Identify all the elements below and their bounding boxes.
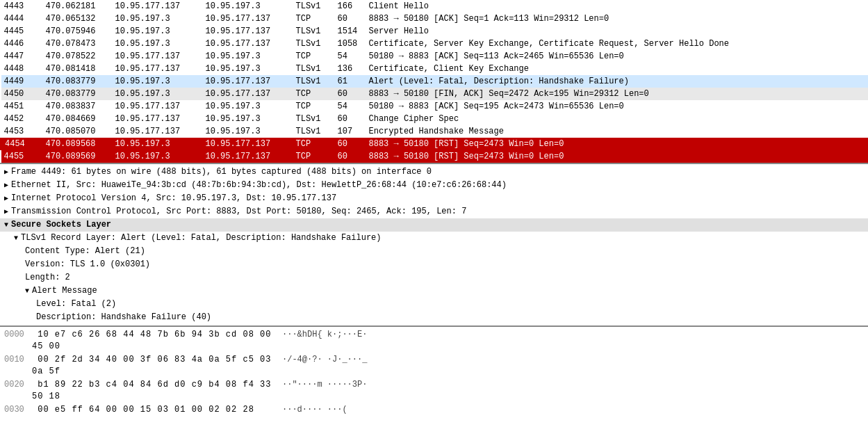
tcp-expand-arrow: ▶ xyxy=(4,206,8,218)
packet-info: Encrypted Handshake Message xyxy=(366,125,869,138)
table-row[interactable]: 4445 470.075946 10.95.197.3 10.95.177.13… xyxy=(1,25,869,38)
tls-record-row[interactable]: ▼ TLSv1 Record Layer: Alert (Level: Fata… xyxy=(0,232,868,245)
frame-text: Frame 4449: 61 bytes on wire (488 bits),… xyxy=(11,166,432,178)
table-row[interactable]: 4451 470.083837 10.95.177.137 10.95.197.… xyxy=(1,100,869,113)
frame-expand-arrow: ▶ xyxy=(4,166,8,178)
packet-time: 470.065132 xyxy=(43,13,113,25)
packet-proto: TLSv1 xyxy=(293,25,335,38)
packet-time: 470.083779 xyxy=(43,88,113,100)
content-type-row: Content Type: Alert (21) xyxy=(0,245,868,258)
packet-dst: 10.95.177.137 xyxy=(203,25,293,38)
table-row[interactable]: 4446 470.078473 10.95.197.3 10.95.177.13… xyxy=(1,38,869,50)
packet-dst: 10.95.197.3 xyxy=(203,63,293,75)
packet-no: 4455 xyxy=(1,150,43,163)
table-row[interactable]: 4452 470.084669 10.95.177.137 10.95.197.… xyxy=(1,113,869,125)
hex-bytes: 00 2f 2d 34 40 00 3f 06 83 4a 0a 5f c5 0… xyxy=(32,354,282,378)
hex-bytes: 10 e7 c6 26 68 44 48 7b 6b 94 3b cd 08 0… xyxy=(32,329,282,353)
table-row[interactable]: 4450 470.083779 10.95.197.3 10.95.177.13… xyxy=(1,88,869,100)
table-row[interactable]: 4448 470.081418 10.95.177.137 10.95.197.… xyxy=(1,63,869,75)
packet-info: 8883 → 50180 [FIN, ACK] Seq=2472 Ack=195… xyxy=(366,88,869,100)
packet-src: 10.95.197.3 xyxy=(113,13,203,25)
packet-info: 50180 → 8883 [ACK] Seq=113 Ack=2465 Win=… xyxy=(366,50,869,63)
ipv4-row[interactable]: ▶ Internet Protocol Version 4, Src: 10.9… xyxy=(0,192,868,205)
packet-proto: TLSv1 xyxy=(293,63,335,75)
tcp-row[interactable]: ▶ Transmission Control Protocol, Src Por… xyxy=(0,205,868,218)
packet-no: 4451 xyxy=(1,100,43,113)
packet-no: 4447 xyxy=(1,50,43,63)
table-row[interactable]: 4454 470.089568 10.95.197.3 10.95.177.13… xyxy=(1,138,869,150)
ethernet-row[interactable]: ▶ Ethernet II, Src: HuaweiTe_94:3b:cd (4… xyxy=(0,179,868,192)
packet-info: 50180 → 8883 [ACK] Seq=195 Ack=2473 Win=… xyxy=(366,100,869,113)
packet-time: 470.083837 xyxy=(43,100,113,113)
packet-no: 4443 xyxy=(1,0,43,13)
hex-row: 0020 b1 89 22 b3 c4 04 84 6d d0 c9 b4 08… xyxy=(0,378,868,403)
packet-time: 470.085070 xyxy=(43,125,113,138)
ssl-section[interactable]: ▼ Secure Sockets Layer xyxy=(0,218,868,232)
packet-src: 10.95.197.3 xyxy=(113,88,203,100)
packet-time: 470.081418 xyxy=(43,63,113,75)
packet-no: 4448 xyxy=(1,63,43,75)
hex-bytes: b1 89 22 b3 c4 04 84 6d d0 c9 b4 08 f4 3… xyxy=(32,379,282,403)
packet-len: 1514 xyxy=(335,25,366,38)
table-row[interactable]: 4443 470.062181 10.95.177.137 10.95.197.… xyxy=(1,0,869,13)
tcp-text: Transmission Control Protocol, Src Port:… xyxy=(11,206,466,218)
table-row[interactable]: 4449 470.083779 10.95.197.3 10.95.177.13… xyxy=(1,75,869,88)
packet-len: 166 xyxy=(335,0,366,13)
hex-offset: 0010 xyxy=(4,354,32,378)
packet-no: 4452 xyxy=(1,113,43,125)
tls-record-arrow: ▼ xyxy=(14,232,18,244)
packet-dst: 10.95.177.137 xyxy=(203,75,293,88)
packet-no: 4453 xyxy=(1,125,43,138)
packet-no: 4450 xyxy=(1,88,43,100)
packet-src: 10.95.177.137 xyxy=(113,125,203,138)
hex-row: 0010 00 2f 2d 34 40 00 3f 06 83 4a 0a 5f… xyxy=(0,353,868,378)
packet-info: 8883 → 50180 [ACK] Seq=1 Ack=113 Win=293… xyxy=(366,13,869,25)
hex-pane: 0000 10 e7 c6 26 68 44 48 7b 6b 94 3b cd… xyxy=(0,326,868,418)
length-text: Length: 2 xyxy=(25,272,70,284)
detail-pane: ▶ Frame 4449: 61 bytes on wire (488 bits… xyxy=(0,163,868,326)
packet-info: Certificate, Client Key Exchange xyxy=(366,63,869,75)
hex-row: 0000 10 e7 c6 26 68 44 48 7b 6b 94 3b cd… xyxy=(0,328,868,353)
packet-dst: 10.95.197.3 xyxy=(203,113,293,125)
packet-dst: 10.95.197.3 xyxy=(203,50,293,63)
hex-row: 0030 00 e5 ff 64 00 00 15 03 01 00 02 02… xyxy=(0,403,868,417)
packet-no: 4449 xyxy=(1,75,43,88)
hex-ascii: ···&hDH{ k·;···E· xyxy=(282,329,367,353)
packet-len: 54 xyxy=(335,100,366,113)
packet-proto: TCP xyxy=(293,88,335,100)
packet-len: 60 xyxy=(335,138,366,150)
packet-dst: 10.95.197.3 xyxy=(203,100,293,113)
description-row: Description: Handshake Failure (40) xyxy=(0,311,868,324)
length-row: Length: 2 xyxy=(0,271,868,284)
packet-len: 107 xyxy=(335,125,366,138)
packet-dst: 10.95.177.137 xyxy=(203,88,293,100)
packet-time: 470.089569 xyxy=(43,150,113,163)
packet-no: 4445 xyxy=(1,25,43,38)
packet-proto: TLSv1 xyxy=(293,125,335,138)
hex-bytes: 00 e5 ff 64 00 00 15 03 01 00 02 02 28 xyxy=(32,404,282,416)
table-row[interactable]: 4444 470.065132 10.95.197.3 10.95.177.13… xyxy=(1,13,869,25)
packet-len: 60 xyxy=(335,13,366,25)
packet-len: 60 xyxy=(335,113,366,125)
packet-time: 470.075946 xyxy=(43,25,113,38)
packet-len: 60 xyxy=(335,150,366,163)
packet-info: 8883 → 50180 [RST] Seq=2473 Win=0 Len=0 xyxy=(366,138,869,150)
frame-row[interactable]: ▶ Frame 4449: 61 bytes on wire (488 bits… xyxy=(0,166,868,179)
table-row[interactable]: 4455 470.089569 10.95.197.3 10.95.177.13… xyxy=(1,150,869,163)
table-row[interactable]: 4447 470.078522 10.95.177.137 10.95.197.… xyxy=(1,50,869,63)
packet-len: 54 xyxy=(335,50,366,63)
packet-info: Alert (Level: Fatal, Description: Handsh… xyxy=(366,75,869,88)
content-type-text: Content Type: Alert (21) xyxy=(25,246,145,257)
packet-time: 470.078522 xyxy=(43,50,113,63)
packet-src: 10.95.177.137 xyxy=(113,0,203,13)
packet-dst: 10.95.177.137 xyxy=(203,38,293,50)
version-row: Version: TLS 1.0 (0x0301) xyxy=(0,258,868,271)
ipv4-expand-arrow: ▶ xyxy=(4,193,8,204)
packet-proto: TCP xyxy=(293,138,335,150)
packet-dst: 10.95.197.3 xyxy=(203,125,293,138)
table-row[interactable]: 4453 470.085070 10.95.177.137 10.95.197.… xyxy=(1,125,869,138)
packet-info: Server Hello xyxy=(366,25,869,38)
packet-src: 10.95.197.3 xyxy=(113,38,203,50)
alert-message-row[interactable]: ▼ Alert Message xyxy=(0,284,868,298)
packet-proto: TCP xyxy=(293,13,335,25)
